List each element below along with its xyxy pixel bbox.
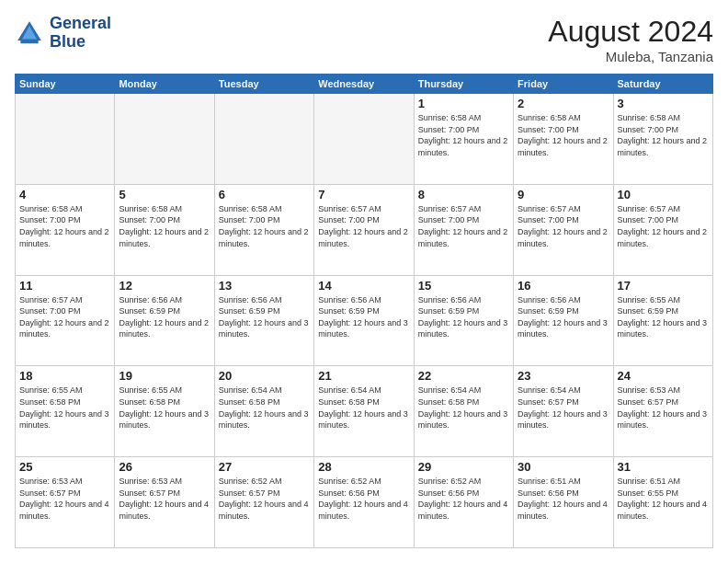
calendar-cell: 20Sunrise: 6:54 AMSunset: 6:58 PMDayligh… bbox=[214, 366, 313, 457]
day-info: Sunrise: 6:58 AMSunset: 7:00 PMDaylight:… bbox=[518, 112, 609, 158]
calendar-cell: 15Sunrise: 6:56 AMSunset: 6:59 PMDayligh… bbox=[414, 275, 513, 366]
day-number: 4 bbox=[19, 188, 110, 201]
day-number: 20 bbox=[219, 369, 310, 383]
header-wednesday: Wednesday bbox=[314, 75, 414, 94]
logo-line1: General bbox=[50, 15, 111, 33]
calendar-cell: 8Sunrise: 6:57 AMSunset: 7:00 PMDaylight… bbox=[414, 184, 513, 275]
day-number: 3 bbox=[618, 97, 709, 110]
day-number: 10 bbox=[618, 188, 709, 201]
day-number: 19 bbox=[119, 369, 210, 383]
calendar-body: 1Sunrise: 6:58 AMSunset: 7:00 PMDaylight… bbox=[16, 94, 713, 548]
calendar-cell: 16Sunrise: 6:56 AMSunset: 6:59 PMDayligh… bbox=[514, 275, 613, 366]
calendar-week-4: 18Sunrise: 6:55 AMSunset: 6:58 PMDayligh… bbox=[16, 366, 713, 457]
calendar-cell: 19Sunrise: 6:55 AMSunset: 6:58 PMDayligh… bbox=[115, 366, 214, 457]
day-info: Sunrise: 6:57 AMSunset: 7:00 PMDaylight:… bbox=[418, 203, 509, 249]
calendar-cell: 3Sunrise: 6:58 AMSunset: 7:00 PMDaylight… bbox=[613, 94, 712, 185]
day-number: 15 bbox=[418, 279, 509, 293]
day-info: Sunrise: 6:57 AMSunset: 7:00 PMDaylight:… bbox=[518, 203, 609, 249]
day-info: Sunrise: 6:54 AMSunset: 6:58 PMDaylight:… bbox=[318, 385, 409, 431]
header-sunday: Sunday bbox=[16, 75, 115, 94]
calendar-week-2: 4Sunrise: 6:58 AMSunset: 7:00 PMDaylight… bbox=[16, 184, 713, 275]
day-number: 13 bbox=[219, 279, 310, 293]
calendar-cell: 24Sunrise: 6:53 AMSunset: 6:57 PMDayligh… bbox=[613, 366, 712, 457]
day-number: 14 bbox=[318, 279, 409, 293]
calendar-week-3: 11Sunrise: 6:57 AMSunset: 7:00 PMDayligh… bbox=[16, 275, 713, 366]
calendar-cell: 29Sunrise: 6:52 AMSunset: 6:56 PMDayligh… bbox=[414, 457, 513, 548]
title-block: August 2024 Muleba, Tanzania bbox=[548, 15, 713, 64]
calendar-cell bbox=[214, 94, 313, 185]
calendar-cell: 30Sunrise: 6:51 AMSunset: 6:56 PMDayligh… bbox=[514, 457, 613, 548]
day-info: Sunrise: 6:53 AMSunset: 6:57 PMDaylight:… bbox=[119, 476, 210, 522]
day-number: 7 bbox=[318, 188, 409, 201]
calendar-cell bbox=[115, 94, 214, 185]
calendar-cell: 31Sunrise: 6:51 AMSunset: 6:55 PMDayligh… bbox=[613, 457, 712, 548]
svg-rect-2 bbox=[20, 40, 38, 43]
day-info: Sunrise: 6:57 AMSunset: 7:00 PMDaylight:… bbox=[318, 203, 409, 249]
day-number: 21 bbox=[318, 369, 409, 383]
calendar-cell: 9Sunrise: 6:57 AMSunset: 7:00 PMDaylight… bbox=[514, 184, 613, 275]
calendar-cell: 14Sunrise: 6:56 AMSunset: 6:59 PMDayligh… bbox=[314, 275, 414, 366]
day-number: 23 bbox=[518, 369, 609, 383]
logo-icon bbox=[15, 18, 44, 48]
day-info: Sunrise: 6:57 AMSunset: 7:00 PMDaylight:… bbox=[618, 203, 709, 249]
page: General Blue August 2024 Muleba, Tanzani… bbox=[0, 0, 728, 563]
calendar-cell: 22Sunrise: 6:54 AMSunset: 6:58 PMDayligh… bbox=[414, 366, 513, 457]
day-info: Sunrise: 6:56 AMSunset: 6:59 PMDaylight:… bbox=[318, 294, 409, 340]
day-info: Sunrise: 6:58 AMSunset: 7:00 PMDaylight:… bbox=[119, 203, 210, 249]
header-monday: Monday bbox=[115, 75, 214, 94]
header: General Blue August 2024 Muleba, Tanzani… bbox=[15, 15, 713, 64]
calendar-cell: 26Sunrise: 6:53 AMSunset: 6:57 PMDayligh… bbox=[115, 457, 214, 548]
day-number: 28 bbox=[318, 460, 409, 474]
calendar-week-1: 1Sunrise: 6:58 AMSunset: 7:00 PMDaylight… bbox=[16, 94, 713, 185]
day-number: 1 bbox=[418, 97, 509, 110]
header-saturday: Saturday bbox=[613, 75, 712, 94]
day-info: Sunrise: 6:58 AMSunset: 7:00 PMDaylight:… bbox=[418, 112, 509, 158]
day-info: Sunrise: 6:55 AMSunset: 6:58 PMDaylight:… bbox=[19, 385, 110, 431]
month-year: August 2024 bbox=[548, 15, 713, 49]
calendar-cell: 5Sunrise: 6:58 AMSunset: 7:00 PMDaylight… bbox=[115, 184, 214, 275]
logo: General Blue bbox=[15, 15, 111, 52]
day-info: Sunrise: 6:51 AMSunset: 6:56 PMDaylight:… bbox=[518, 476, 609, 522]
calendar-week-5: 25Sunrise: 6:53 AMSunset: 6:57 PMDayligh… bbox=[16, 457, 713, 548]
location: Muleba, Tanzania bbox=[548, 49, 713, 64]
day-info: Sunrise: 6:51 AMSunset: 6:55 PMDaylight:… bbox=[618, 476, 709, 522]
day-info: Sunrise: 6:54 AMSunset: 6:58 PMDaylight:… bbox=[219, 385, 310, 431]
day-number: 31 bbox=[618, 460, 709, 474]
day-number: 11 bbox=[19, 279, 110, 293]
header-tuesday: Tuesday bbox=[214, 75, 313, 94]
calendar-cell: 11Sunrise: 6:57 AMSunset: 7:00 PMDayligh… bbox=[16, 275, 115, 366]
day-info: Sunrise: 6:58 AMSunset: 7:00 PMDaylight:… bbox=[618, 112, 709, 158]
day-info: Sunrise: 6:56 AMSunset: 6:59 PMDaylight:… bbox=[418, 294, 509, 340]
header-friday: Friday bbox=[514, 75, 613, 94]
day-info: Sunrise: 6:55 AMSunset: 6:58 PMDaylight:… bbox=[119, 385, 210, 431]
day-number: 30 bbox=[518, 460, 609, 474]
day-number: 5 bbox=[119, 188, 210, 201]
calendar-cell: 18Sunrise: 6:55 AMSunset: 6:58 PMDayligh… bbox=[16, 366, 115, 457]
calendar-cell: 17Sunrise: 6:55 AMSunset: 6:59 PMDayligh… bbox=[613, 275, 712, 366]
calendar-cell: 23Sunrise: 6:54 AMSunset: 6:57 PMDayligh… bbox=[514, 366, 613, 457]
header-thursday: Thursday bbox=[414, 75, 513, 94]
day-number: 17 bbox=[618, 279, 709, 293]
day-number: 29 bbox=[418, 460, 509, 474]
day-number: 24 bbox=[618, 369, 709, 383]
day-info: Sunrise: 6:56 AMSunset: 6:59 PMDaylight:… bbox=[119, 294, 210, 340]
day-info: Sunrise: 6:53 AMSunset: 6:57 PMDaylight:… bbox=[19, 476, 110, 522]
calendar-cell: 13Sunrise: 6:56 AMSunset: 6:59 PMDayligh… bbox=[214, 275, 313, 366]
calendar-header-row: Sunday Monday Tuesday Wednesday Thursday… bbox=[16, 75, 713, 94]
calendar-cell: 7Sunrise: 6:57 AMSunset: 7:00 PMDaylight… bbox=[314, 184, 414, 275]
day-info: Sunrise: 6:52 AMSunset: 6:56 PMDaylight:… bbox=[418, 476, 509, 522]
day-info: Sunrise: 6:54 AMSunset: 6:58 PMDaylight:… bbox=[418, 385, 509, 431]
calendar-cell: 12Sunrise: 6:56 AMSunset: 6:59 PMDayligh… bbox=[115, 275, 214, 366]
day-number: 27 bbox=[219, 460, 310, 474]
calendar-cell: 4Sunrise: 6:58 AMSunset: 7:00 PMDaylight… bbox=[16, 184, 115, 275]
day-number: 26 bbox=[119, 460, 210, 474]
calendar-cell: 10Sunrise: 6:57 AMSunset: 7:00 PMDayligh… bbox=[613, 184, 712, 275]
day-number: 8 bbox=[418, 188, 509, 201]
day-info: Sunrise: 6:56 AMSunset: 6:59 PMDaylight:… bbox=[219, 294, 310, 340]
day-number: 18 bbox=[19, 369, 110, 383]
day-info: Sunrise: 6:55 AMSunset: 6:59 PMDaylight:… bbox=[618, 294, 709, 340]
calendar-cell: 1Sunrise: 6:58 AMSunset: 7:00 PMDaylight… bbox=[414, 94, 513, 185]
day-info: Sunrise: 6:58 AMSunset: 7:00 PMDaylight:… bbox=[19, 203, 110, 249]
logo-text: General Blue bbox=[50, 15, 111, 52]
day-number: 12 bbox=[119, 279, 210, 293]
